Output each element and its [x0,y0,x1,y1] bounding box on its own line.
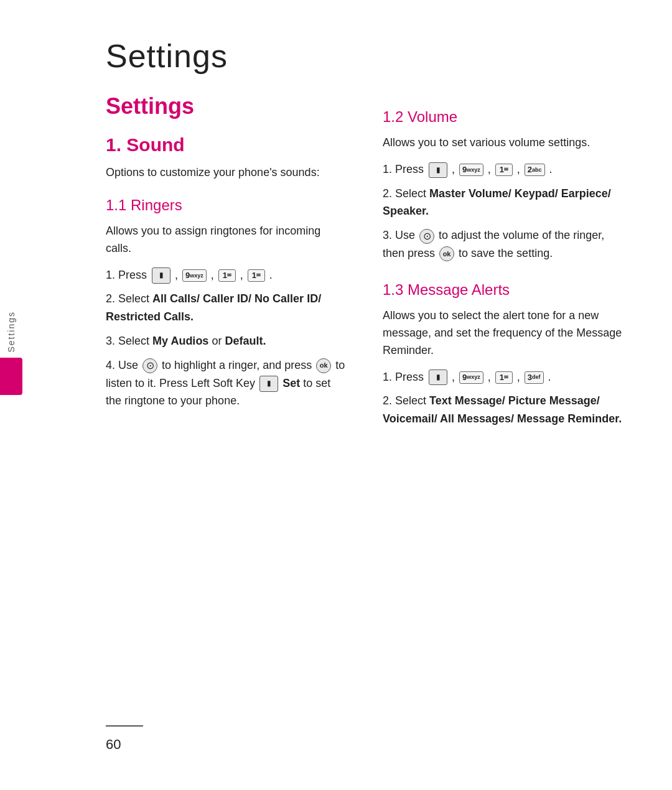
msg-step2-text: 2. Select Text Message/ Picture Message/… [383,392,622,428]
menu-key-vol: ▮ [429,162,447,178]
ringers-step2-bold: All Calls/ Caller ID/ No Caller ID/ Rest… [106,292,321,323]
ringers-step3-bold1: My Audios [152,335,208,347]
volume-step1-keys: ▮ , 9wxyz , 1✉ , 2abc . [427,160,553,179]
volume-step2-bold: Master Volume/ Keypad/ Earpiece/ Speaker… [383,187,611,218]
2abc-key-vol: 2abc [525,164,545,176]
1-key-b: 1✉ [248,269,265,282]
left-column: Settings 1. Sound Options to customize y… [106,93,345,434]
volume-title: 1.2 Volume [383,108,622,126]
main-content: Settings 1. Sound Options to customize y… [0,93,672,434]
sidebar-accent [0,358,22,395]
msg-step1-keys: ▮ , 9wxyz , 1✉ , 3def . [427,368,551,386]
ringers-title: 1.1 Ringers [106,197,345,214]
page-footer: 60 [106,725,622,753]
page-number: 60 [106,737,622,753]
volume-step3-text: 3. Use ⊙ to adjust the volume of the rin… [383,226,622,263]
page-title: Settings [0,0,672,93]
menu-key-msg: ▮ [429,369,447,385]
ringers-step-2: 2. Select All Calls/ Caller ID/ No Calle… [106,290,345,326]
ringers-step3-bold2: Default. [225,335,266,347]
ringers-step1-text: 1. Press [106,266,147,284]
msg-step-2: 2. Select Text Message/ Picture Message/… [383,392,622,428]
ringers-description: Allows you to assign ringtones for incom… [106,223,345,258]
volume-description: Allows you to set various volume setting… [383,134,622,152]
msg-step-1: 1. Press ▮ , 9wxyz , 1✉ , 3def . [383,368,622,386]
ringers-step2-text: 2. Select All Calls/ Caller ID/ No Calle… [106,290,345,326]
msg-alerts-description: Allows you to select the alert tone for … [383,307,622,360]
volume-step-3: 3. Use ⊙ to adjust the volume of the rin… [383,226,622,263]
volume-step2-text: 2. Select Master Volume/ Keypad/ Earpiec… [383,185,622,221]
footer-divider [106,725,143,727]
ringers-step4-text: 4. Use ⊙ to highlight a ringer, and pres… [106,356,345,410]
nav-key-1: ⊙ [142,358,157,373]
sound-title: 1. Sound [106,134,345,156]
sound-description: Options to customize your phone's sounds… [106,164,345,182]
1-key-vol-a: 1✉ [495,164,513,176]
1-key-a: 1✉ [218,269,236,282]
menu-key: ▮ [152,267,170,283]
ringers-step-1: 1. Press ▮ , 9wxyz , 1✉ , 1✉ . [106,266,345,284]
9wxyz-key: 9wxyz [182,269,207,282]
msg-step2-bold: Text Message/ Picture Message/ Voicemail… [383,394,622,425]
nav-key-vol: ⊙ [419,229,434,244]
section-title: Settings [106,93,345,119]
9wxyz-key-vol: 9wxyz [459,164,483,176]
sidebar-tab: Settings [0,311,22,411]
ok-key-vol: ok [439,246,454,261]
ringers-step-4: 4. Use ⊙ to highlight a ringer, and pres… [106,356,345,410]
ringers-step-3: 3. Select My Audios or Default. [106,332,345,350]
volume-step-1: 1. Press ▮ , 9wxyz , 1✉ , 2abc . [383,160,622,179]
sidebar-label: Settings [6,311,16,353]
ringers-step3-text: 3. Select My Audios or Default. [106,332,345,350]
volume-step1-text: 1. Press [383,160,424,179]
msg-alerts-title: 1.3 Message Alerts [383,281,622,299]
set-softkey: ▮ [259,376,278,391]
set-label: Set [282,377,300,389]
ringers-step1-keys: ▮ , 9wxyz , 1✉ , 1✉ . [151,266,273,284]
3def-key-msg: 3def [525,371,544,384]
ok-key-1: ok [316,358,331,373]
9wxyz-key-msg: 9wxyz [459,371,483,384]
1-key-msg: 1✉ [495,371,513,384]
volume-step-2: 2. Select Master Volume/ Keypad/ Earpiec… [383,185,622,221]
msg-step1-text: 1. Press [383,368,424,386]
right-column: 1.2 Volume Allows you to set various vol… [383,93,622,434]
